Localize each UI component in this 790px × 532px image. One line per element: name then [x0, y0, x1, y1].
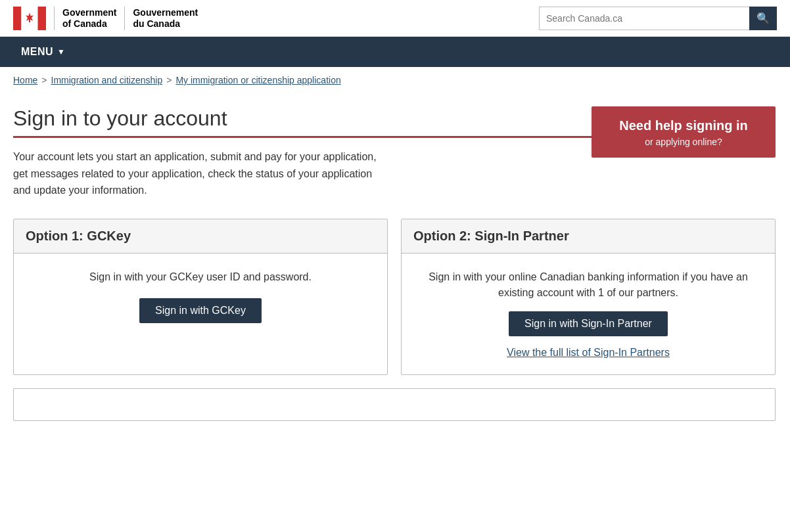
search-area: 🔍 [539, 7, 777, 30]
logo-divider2 [124, 7, 125, 30]
option1-description: Sign in with your GCKey user ID and pass… [89, 269, 312, 285]
help-banner-title: Need help signing in [607, 117, 760, 134]
option1-body: Sign in with your GCKey user ID and pass… [14, 254, 387, 343]
help-banner[interactable]: Need help signing in or applying online? [592, 106, 776, 158]
breadcrumb-application[interactable]: My immigration or citizenship applicatio… [175, 75, 340, 85]
svg-rect-4 [29, 19, 30, 22]
site-header: Governmentof Canada Gouvernementdu Canad… [0, 0, 790, 37]
menu-label: MENU [21, 46, 53, 58]
option2-header: Option 2: Sign-In Partner [402, 219, 775, 254]
gov-name-fr-block: Gouvernementdu Canada [133, 7, 198, 30]
breadcrumb: Home > Immigration and citizenship > My … [0, 67, 790, 93]
option2-description: Sign in with your online Canadian bankin… [413, 269, 763, 301]
search-button[interactable]: 🔍 [749, 7, 777, 30]
options-row: Option 1: GCKey Sign in with your GCKey … [13, 219, 776, 375]
main-content: Need help signing in or applying online?… [0, 93, 789, 447]
breadcrumb-sep-1: > [41, 75, 47, 85]
search-input[interactable] [539, 7, 749, 30]
view-partners-link[interactable]: View the full list of Sign-In Partners [507, 347, 670, 359]
gov-name-block: Governmentof Canada [62, 7, 116, 30]
breadcrumb-sep-2: > [166, 75, 172, 85]
search-icon: 🔍 [756, 12, 770, 24]
main-nav: MENU ▼ [0, 37, 790, 67]
help-banner-subtitle: or applying online? [607, 137, 760, 147]
svg-rect-0 [13, 7, 22, 30]
menu-button[interactable]: MENU ▼ [13, 39, 74, 64]
svg-rect-2 [38, 7, 47, 30]
page-description: Your account lets you start an applicati… [13, 148, 381, 199]
option2-box: Option 2: Sign-In Partner Sign in with y… [401, 219, 776, 375]
option1-box: Option 1: GCKey Sign in with your GCKey … [13, 219, 388, 375]
breadcrumb-immigration[interactable]: Immigration and citizenship [51, 75, 163, 85]
logo-area: Governmentof Canada Gouvernementdu Canad… [13, 7, 198, 30]
chevron-down-icon: ▼ [57, 47, 65, 56]
option2-body: Sign in with your online Canadian bankin… [402, 254, 775, 374]
canada-flag-icon [13, 7, 46, 30]
bottom-section [13, 388, 776, 421]
breadcrumb-home[interactable]: Home [13, 75, 37, 85]
logo-divider [54, 7, 55, 30]
signin-partner-button[interactable]: Sign in with Sign-In Partner [509, 311, 668, 336]
gov-name-fr: Gouvernementdu Canada [133, 7, 198, 30]
gov-name-en: Governmentof Canada [62, 7, 116, 30]
option1-header: Option 1: GCKey [14, 219, 387, 254]
gckey-signin-button[interactable]: Sign in with GCKey [139, 298, 262, 323]
